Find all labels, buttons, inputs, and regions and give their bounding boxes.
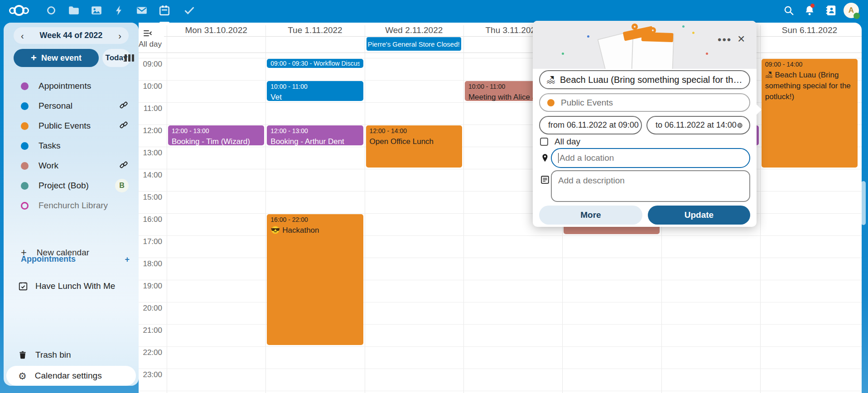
- time-axis-label: 09:00: [139, 60, 162, 69]
- calendar-sidebar: ‹ Week 44 of 2022 › + New event Today Ap…: [4, 23, 139, 386]
- previous-week-button[interactable]: ‹: [21, 31, 24, 40]
- notification-badge: [810, 4, 815, 8]
- plus-icon: +: [31, 53, 37, 63]
- top-navigation-bar: A: [0, 0, 868, 21]
- add-appointment-button[interactable]: +: [125, 255, 130, 264]
- mail-icon[interactable]: [136, 5, 148, 16]
- appointments-heading: Appointments: [21, 254, 76, 264]
- grid-hour-line: [139, 324, 862, 325]
- calendar-event[interactable]: 09:00 - 14:00🏖 Beach Luau (Bring somethi…: [762, 59, 858, 168]
- view-mode-icon[interactable]: [123, 53, 136, 63]
- calendar-event[interactable]: 10:00 - 11:00Vet: [267, 81, 363, 101]
- close-icon[interactable]: ×: [738, 33, 745, 45]
- calendar-event[interactable]: 12:00 - 13:00Booking - Tim (Wizard): [168, 125, 264, 145]
- calendar-event[interactable]: 16:00 - 22:00😎 Hackathon: [267, 214, 363, 345]
- header-divider: [164, 36, 862, 37]
- search-icon[interactable]: [783, 5, 795, 16]
- vertical-scrollbar[interactable]: [861, 181, 866, 225]
- end-date-value: to 06.11.2022 at 14:00: [656, 120, 737, 130]
- description-icon: [540, 175, 550, 185]
- calendar-name: Project (Bob): [39, 181, 89, 191]
- sidebar-item-fenchurch-library[interactable]: Fenchurch Library: [4, 196, 139, 216]
- grid-hour-line: [139, 235, 862, 236]
- event-time: 09:00 - 14:00: [765, 60, 854, 69]
- allday-event[interactable]: Pierre's General Store Closed!: [366, 37, 461, 51]
- calendar-color-dot: [21, 82, 29, 90]
- description-textarea[interactable]: Add a description: [551, 170, 750, 202]
- start-date-picker[interactable]: from 06.11.2022 at 09:00: [539, 116, 642, 134]
- sidebar-item-public-events[interactable]: Public Events: [4, 116, 139, 136]
- activity-icon[interactable]: [113, 5, 125, 16]
- day-header: Sun 6.11.2022: [760, 25, 859, 36]
- calendar-name: Tasks: [39, 141, 61, 151]
- share-link-icon[interactable]: [119, 160, 129, 172]
- event-title: Vet: [270, 92, 359, 101]
- time-axis-label: 10:00: [139, 82, 162, 91]
- calendar-event[interactable]: 12:00 - 14:00Open Office Lunch: [366, 125, 462, 168]
- calendar-color-dot: [21, 162, 29, 170]
- text-cursor: [558, 153, 559, 163]
- time-axis-label: 18:00: [139, 259, 162, 268]
- nextcloud-logo-icon[interactable]: [9, 4, 42, 17]
- timezone-globe-icon[interactable]: [737, 121, 743, 130]
- sidebar-item-project-bob[interactable]: Project (Bob)B: [4, 176, 139, 196]
- event-title: Booking - Arthur Dent: [270, 136, 359, 145]
- allday-row-label: All day: [139, 40, 164, 49]
- all-day-checkbox[interactable]: [540, 138, 548, 146]
- end-date-picker[interactable]: to 06.11.2022 at 14:00: [646, 116, 750, 134]
- calendar-app-icon[interactable]: [159, 5, 170, 16]
- grid-hour-line: [139, 391, 862, 391]
- files-icon[interactable]: [68, 5, 80, 16]
- calendar-name: Work: [39, 161, 58, 171]
- sidebar-item-tasks[interactable]: Tasks: [4, 136, 139, 156]
- week-label: Week 44 of 2022: [40, 31, 103, 40]
- event-title-input[interactable]: 🏖 Beach Luau (Bring something special fo…: [539, 70, 750, 89]
- calendar-picker-select[interactable]: Public Events: [539, 93, 750, 112]
- next-week-button[interactable]: ›: [118, 31, 121, 40]
- event-title: 😎 Hackathon: [270, 225, 359, 236]
- photos-icon[interactable]: [91, 5, 102, 16]
- logo-circle: [14, 5, 24, 16]
- share-link-icon[interactable]: [119, 120, 129, 132]
- time-axis-label: 22:00: [139, 348, 162, 357]
- time-axis-label: 14:00: [139, 171, 162, 180]
- more-options-icon[interactable]: •••: [718, 34, 732, 45]
- online-status-dot: [854, 13, 860, 19]
- calendar-name: Public Events: [39, 121, 91, 131]
- day-header: Mon 31.10.2022: [167, 25, 265, 36]
- share-link-icon[interactable]: [119, 100, 129, 112]
- tasks-icon[interactable]: [183, 5, 195, 16]
- trash-bin-button[interactable]: Trash bin: [4, 345, 139, 365]
- contacts-icon[interactable]: [825, 5, 837, 16]
- calendar-settings-button[interactable]: ⚙ Calendar settings: [6, 366, 136, 386]
- appointments-section-header: Appointments +: [21, 254, 130, 264]
- event-title: Open Office Lunch: [370, 136, 458, 147]
- avatar-letter: A: [849, 6, 854, 15]
- calendar-event[interactable]: 09:00 - 09:30 - Workflow Discussion: [267, 59, 363, 68]
- calendar-color-dot: [21, 142, 29, 150]
- calendar-check-icon: [18, 281, 28, 291]
- sidebar-item-work[interactable]: Work: [4, 156, 139, 176]
- new-event-button[interactable]: + New event: [14, 49, 99, 67]
- event-time: 10:00 - 11:00: [270, 82, 359, 91]
- collapse-sidebar-icon[interactable]: [142, 28, 153, 39]
- sidebar-item-appointments[interactable]: Appointments: [4, 76, 139, 96]
- event-editor-popup: ••• × 🏖 Beach Luau (Bring something spec…: [533, 21, 757, 227]
- calendar-color-dot: [21, 182, 29, 190]
- more-button[interactable]: More: [539, 206, 642, 225]
- event-title-value: Beach Luau (Bring something special for …: [560, 75, 742, 85]
- time-axis-label: 12:00: [139, 126, 162, 135]
- event-time: 16:00 - 22:00: [270, 216, 359, 224]
- event-label: 09:00 - 09:30 - Workflow Discussion: [270, 60, 359, 67]
- dashboard-icon[interactable]: [45, 5, 57, 16]
- calendar-event[interactable]: 12:00 - 13:00Booking - Arthur Dent: [267, 125, 363, 145]
- calendar-list: AppointmentsPersonalPublic EventsTasksWo…: [4, 76, 139, 216]
- location-input[interactable]: Add a location: [551, 148, 750, 168]
- calendar-color-dot: [21, 122, 29, 130]
- sidebar-item-have-lunch-with-me[interactable]: Have Lunch With Me: [4, 276, 139, 296]
- calendar-color-dot: [21, 102, 29, 110]
- event-title: Booking - Tim (Wizard): [172, 136, 260, 145]
- sidebar-item-personal[interactable]: Personal: [4, 96, 139, 116]
- all-day-checkbox-row[interactable]: All day: [540, 137, 580, 147]
- update-button[interactable]: Update: [648, 206, 750, 225]
